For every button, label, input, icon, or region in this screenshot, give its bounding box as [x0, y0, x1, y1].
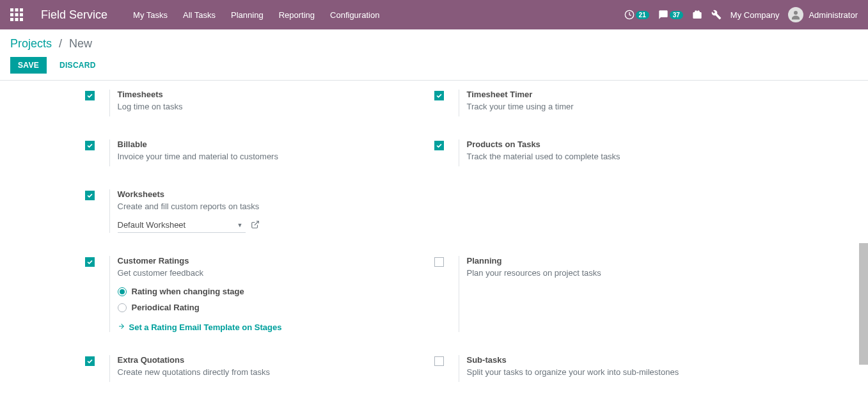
checkbox-timer[interactable]	[434, 91, 444, 100]
nav-planning[interactable]: Planning	[231, 10, 264, 20]
setting-title: Planning	[467, 256, 784, 266]
tools-icon[interactable]	[711, 10, 722, 20]
setting-desc: Track the material used to complete task…	[467, 152, 784, 161]
gift-icon[interactable]	[692, 10, 702, 20]
rating-template-link[interactable]: Set a Rating Email Template on Stages	[118, 322, 434, 332]
nav-my-tasks[interactable]: My Tasks	[133, 10, 168, 20]
nav-menu: My Tasks All Tasks Planning Reporting Co…	[133, 10, 379, 20]
messages-badge: 37	[670, 11, 683, 19]
svg-rect-8	[20, 18, 23, 21]
svg-rect-1	[15, 8, 19, 12]
user-name: Administrator	[809, 10, 858, 20]
checkbox-products[interactable]	[434, 141, 444, 150]
setting-desc: Log time on tasks	[118, 102, 434, 111]
navbar: Field Service My Tasks All Tasks Plannin…	[0, 0, 868, 29]
setting-desc: Create new quotations directly from task…	[118, 367, 434, 377]
svg-rect-7	[15, 18, 19, 21]
breadcrumb-current: New	[69, 37, 92, 50]
setting-title: Extra Quotations	[118, 355, 434, 365]
save-button[interactable]: SAVE	[10, 57, 47, 74]
user-menu[interactable]: Administrator	[788, 7, 858, 22]
breadcrumb-parent[interactable]: Projects	[10, 37, 52, 50]
setting-title: Worksheets	[118, 189, 434, 199]
setting-title: Sub-tasks	[467, 355, 784, 365]
setting-title: Billable	[118, 139, 434, 149]
checkbox-subtasks[interactable]	[434, 356, 444, 366]
setting-desc: Create and fill custom reports on tasks	[118, 202, 434, 211]
navbar-right: 21 37 My Company Administrator	[624, 7, 858, 22]
setting-title: Customer Ratings	[118, 256, 434, 266]
action-buttons: SAVE DISCARD	[10, 57, 858, 74]
avatar-icon	[788, 7, 803, 22]
checkbox-extra-quotations[interactable]	[85, 356, 95, 366]
scrollbar[interactable]	[859, 243, 868, 365]
control-panel: Projects / New SAVE DISCARD	[0, 29, 868, 81]
radio-icon	[118, 303, 127, 312]
checkbox-planning[interactable]	[434, 257, 444, 267]
setting-desc: Invoice your time and material to custom…	[118, 152, 434, 161]
svg-rect-0	[10, 8, 13, 12]
setting-subtasks: Sub-tasks Split your tasks to organize y…	[434, 346, 784, 396]
checkbox-ratings[interactable]	[85, 257, 95, 267]
radio-label: Periodical Rating	[132, 303, 200, 312]
svg-rect-3	[10, 13, 13, 17]
radio-label: Rating when changing stage	[132, 287, 244, 296]
setting-timesheets: Timesheets Log time on tasks	[85, 81, 434, 131]
svg-point-10	[794, 11, 798, 15]
setting-title: Timesheets	[118, 90, 434, 99]
nav-reporting[interactable]: Reporting	[279, 10, 315, 20]
radio-icon	[118, 287, 127, 296]
radio-rating-periodical[interactable]: Periodical Rating	[118, 303, 434, 312]
company-selector[interactable]: My Company	[730, 10, 780, 20]
discard-button[interactable]: DISCARD	[52, 57, 104, 74]
radio-rating-stage[interactable]: Rating when changing stage	[118, 287, 434, 296]
messages-icon[interactable]: 37	[658, 10, 683, 20]
svg-rect-5	[20, 13, 23, 17]
svg-rect-6	[10, 18, 13, 21]
setting-planning: Planning Plan your resources on project …	[434, 247, 784, 346]
checkbox-worksheets[interactable]	[85, 191, 95, 200]
setting-desc: Plan your resources on project tasks	[467, 268, 784, 278]
setting-desc: Get customer feedback	[118, 268, 434, 278]
checkbox-timesheets[interactable]	[85, 91, 95, 100]
arrow-right-icon	[118, 322, 125, 332]
link-text: Set a Rating Email Template on Stages	[129, 322, 282, 332]
activity-badge: 21	[636, 11, 649, 19]
nav-configuration[interactable]: Configuration	[330, 10, 379, 20]
setting-recurring: Recurring Tasks	[85, 396, 434, 405]
form-view[interactable]: Timesheets Log time on tasks Timesheet T…	[0, 81, 868, 405]
setting-products: Products on Tasks Track the material use…	[434, 131, 784, 180]
setting-desc: Track your time using a timer	[467, 102, 784, 111]
svg-rect-2	[20, 8, 23, 12]
worksheet-template-select[interactable]: Default Worksheet	[118, 218, 246, 233]
setting-title: Products on Tasks	[467, 139, 784, 149]
breadcrumb-sep: /	[59, 37, 62, 50]
activity-icon[interactable]: 21	[624, 10, 649, 20]
nav-all-tasks[interactable]: All Tasks	[183, 10, 216, 20]
external-link-icon[interactable]	[251, 220, 260, 231]
form-sheet: Timesheets Log time on tasks Timesheet T…	[70, 81, 799, 405]
setting-empty	[434, 180, 784, 247]
checkbox-billable[interactable]	[85, 141, 95, 150]
setting-desc: Split your tasks to organize your work i…	[467, 367, 784, 377]
setting-billable: Billable Invoice your time and material …	[85, 131, 434, 180]
svg-rect-4	[15, 13, 19, 17]
breadcrumb: Projects / New	[10, 37, 858, 51]
setting-ratings: Customer Ratings Get customer feedback R…	[85, 247, 434, 346]
setting-worksheets: Worksheets Create and fill custom report…	[85, 180, 434, 247]
app-brand[interactable]: Field Service	[41, 8, 107, 22]
setting-title: Timesheet Timer	[467, 90, 784, 99]
svg-line-11	[254, 221, 258, 225]
setting-extra-quotations: Extra Quotations Create new quotations d…	[85, 346, 434, 396]
setting-timer: Timesheet Timer Track your time using a …	[434, 81, 784, 131]
apps-icon[interactable]	[10, 8, 23, 21]
